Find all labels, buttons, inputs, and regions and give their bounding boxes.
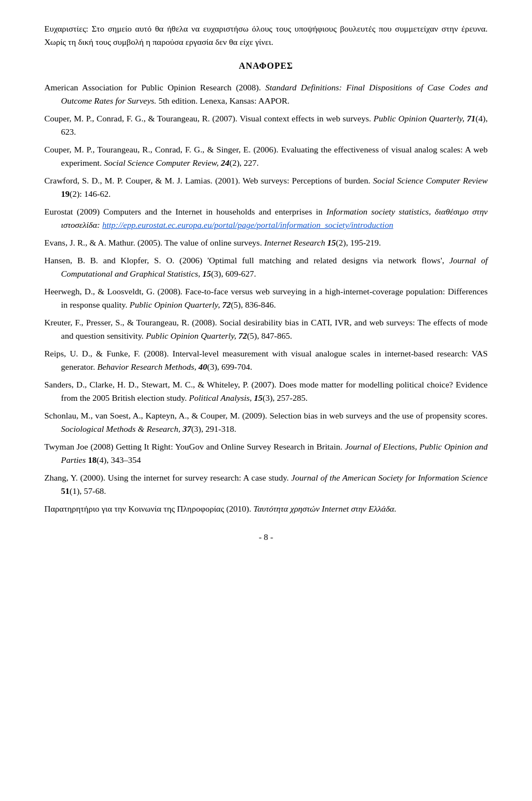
list-item: Crawford, S. D., M. P. Couper, & M. J. L… xyxy=(44,174,488,201)
list-item: Twyman Joe (2008) Getting It Right: YouG… xyxy=(44,440,488,467)
ref-text: Twyman Joe (2008) Getting It Right: YouG… xyxy=(44,442,488,465)
list-item: Hansen, B. B. and Klopfer, S. O. (2006) … xyxy=(44,254,488,280)
list-item: Sanders, D., Clarke, H. D., Stewart, M. … xyxy=(44,378,488,405)
list-item: Heerwegh, D., & Loosveldt, G. (2008). Fa… xyxy=(44,285,488,312)
ref-text: Kreuter, F., Presser, S., & Tourangeau, … xyxy=(44,318,488,340)
references-heading: ΑΝΑΦΟΡΕΣ xyxy=(44,61,488,71)
ref-text: Reips, U. D., & Funke, F. (2008). Interv… xyxy=(44,349,488,371)
list-item: Kreuter, F., Presser, S., & Tourangeau, … xyxy=(44,316,488,343)
acknowledgement-text: Ευχαριστίες: Στο σημείο αυτό θα ήθελα να… xyxy=(44,24,488,47)
list-item: Couper, M. P., Conrad, F. G., & Tourange… xyxy=(44,112,488,139)
ref-text: American Association for Public Opinion … xyxy=(44,83,488,105)
acknowledgement-section: Ευχαριστίες: Στο σημείο αυτό θα ήθελα να… xyxy=(44,22,488,49)
list-item: Eurostat (2009) Computers and the Intern… xyxy=(44,205,488,232)
ref-text: Eurostat (2009) Computers and the Intern… xyxy=(44,207,488,229)
list-item: Schonlau, M., van Soest, A., Kapteyn, A.… xyxy=(44,409,488,436)
ref-text: Sanders, D., Clarke, H. D., Stewart, M. … xyxy=(44,380,488,402)
list-item: Παρατηρητήριο για την Κοινωνία της Πληρο… xyxy=(44,502,488,516)
page-number: - 8 - xyxy=(44,532,488,542)
ref-text: Crawford, S. D., M. P. Couper, & M. J. L… xyxy=(44,176,488,198)
list-item: Reips, U. D., & Funke, F. (2008). Interv… xyxy=(44,347,488,374)
list-item: Evans, J. R., & A. Mathur. (2005). The v… xyxy=(44,236,488,249)
ref-text: Παρατηρητήριο για την Κοινωνία της Πληρο… xyxy=(44,504,396,513)
references-section: American Association for Public Opinion … xyxy=(44,81,488,516)
ref-text: Hansen, B. B. and Klopfer, S. O. (2006) … xyxy=(44,256,488,278)
ref-text: Couper, M. P., Conrad, F. G., & Tourange… xyxy=(44,114,488,136)
page: Ευχαριστίες: Στο σημείο αυτό θα ήθελα να… xyxy=(0,0,532,801)
eurostat-link[interactable]: http://epp.eurostat.ec.europa.eu/portal/… xyxy=(102,220,393,229)
ref-text: Heerwegh, D., & Loosveldt, G. (2008). Fa… xyxy=(44,287,488,309)
list-item: Couper, M. P., Tourangeau, R., Conrad, F… xyxy=(44,143,488,170)
list-item: American Association for Public Opinion … xyxy=(44,81,488,108)
ref-text: Couper, M. P., Tourangeau, R., Conrad, F… xyxy=(44,145,488,167)
ref-text: Zhang, Y. (2000). Using the internet for… xyxy=(44,473,488,496)
ref-text: Evans, J. R., & A. Mathur. (2005). The v… xyxy=(44,238,381,247)
ref-text: Schonlau, M., van Soest, A., Kapteyn, A.… xyxy=(44,411,488,433)
list-item: Zhang, Y. (2000). Using the internet for… xyxy=(44,471,488,498)
